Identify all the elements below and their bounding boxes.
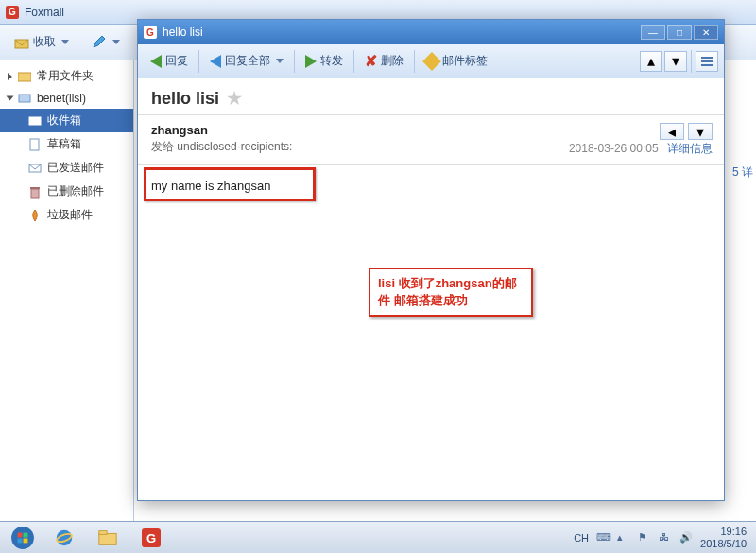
delete-x-icon: ✘ xyxy=(365,52,377,70)
inbox-folder[interactable]: 收件箱 xyxy=(0,109,133,132)
windows-logo-icon xyxy=(10,526,35,550)
star-icon[interactable]: ★ xyxy=(227,88,242,109)
chevron-down-icon xyxy=(276,59,284,63)
pencil-icon xyxy=(92,35,107,50)
reply-all-button[interactable]: 回复全部 xyxy=(203,49,290,73)
inbox-icon xyxy=(14,35,29,50)
separator xyxy=(198,50,199,73)
spam-folder[interactable]: 垃圾邮件 xyxy=(0,203,133,227)
svg-rect-12 xyxy=(99,530,107,534)
window-controls: — □ ✕ xyxy=(641,25,718,40)
windows-taskbar: G CH ⌨ ▴ ⚑ 🖧 🔊 19:16 2018/5/10 xyxy=(0,521,756,553)
drafts-label: 草稿箱 xyxy=(47,136,81,152)
next-message-button[interactable]: ▾ xyxy=(664,51,687,72)
clock-date: 2018/5/10 xyxy=(700,538,747,549)
reply-all-arrow-icon xyxy=(210,55,221,68)
annotation-callout: lisi 收到了zhangsan的邮件 邮箱搭建成功 xyxy=(369,268,533,317)
chevron-up-icon[interactable]: ▴ xyxy=(617,531,630,544)
svg-rect-7 xyxy=(30,187,40,189)
forward-button[interactable]: 转发 xyxy=(299,49,350,73)
tags-button[interactable]: 邮件标签 xyxy=(419,49,494,73)
network-icon[interactable]: 🖧 xyxy=(659,531,672,544)
compose-button[interactable] xyxy=(83,31,129,54)
delete-label: 删除 xyxy=(381,53,404,69)
ie-icon xyxy=(54,527,75,548)
message-body: my name is zhangsan lisi 收到了zhangsan的邮件 … xyxy=(138,165,724,500)
tags-label: 邮件标签 xyxy=(442,53,488,69)
header-nav: ◂ ▾ xyxy=(660,123,713,140)
right-label: 5 详 xyxy=(732,164,753,181)
details-link[interactable]: 详细信息 xyxy=(667,142,713,155)
account-label: benet(lisi) xyxy=(37,92,86,105)
sent-icon xyxy=(28,162,42,175)
prev-message-button[interactable]: ▴ xyxy=(640,51,662,72)
message-date: 2018-03-26 00:05 xyxy=(569,142,659,155)
separator xyxy=(691,50,692,73)
taskbar-ie[interactable] xyxy=(43,525,85,551)
delete-button[interactable]: ✘ 删除 xyxy=(358,48,410,74)
tag-icon xyxy=(422,52,441,71)
sent-folder[interactable]: 已发送邮件 xyxy=(0,156,133,180)
minimize-button[interactable]: — xyxy=(641,25,665,40)
chevron-down-icon xyxy=(112,40,120,44)
svg-text:G: G xyxy=(146,531,156,545)
recipients-value: undisclosed-recipients: xyxy=(177,140,292,153)
chevron-down-icon xyxy=(61,40,69,44)
drafts-icon xyxy=(28,138,42,151)
speaker-icon[interactable]: 🔊 xyxy=(679,531,693,544)
reply-button[interactable]: 回复 xyxy=(144,49,195,73)
receive-label: 收取 xyxy=(33,34,56,50)
inbox-label: 收件箱 xyxy=(47,112,81,129)
maximize-button[interactable]: □ xyxy=(667,25,692,40)
drafts-folder[interactable]: 草稿箱 xyxy=(0,132,133,156)
view-list-button[interactable] xyxy=(696,51,718,72)
svg-rect-4 xyxy=(30,139,39,150)
sender-name: zhangsan xyxy=(151,123,711,137)
arrow-up-icon: ▴ xyxy=(647,52,655,70)
forward-label: 转发 xyxy=(320,53,343,69)
foxmail-logo-icon: G xyxy=(144,26,157,39)
common-folders-label: 常用文件夹 xyxy=(37,68,94,84)
message-window: G hello lisi — □ ✕ 回复 回复全部 转发 ✘ 删除 xyxy=(137,19,725,501)
recipients-label: 发给 xyxy=(151,140,174,153)
explorer-icon xyxy=(97,527,118,548)
arrow-down-icon: ▾ xyxy=(672,52,679,70)
spam-label: 垃圾邮件 xyxy=(47,207,93,223)
message-window-title: hello lisi xyxy=(163,26,641,39)
clock-time: 19:16 xyxy=(700,526,747,537)
flag-icon[interactable]: ⚑ xyxy=(638,531,651,544)
meta-row: 2018-03-26 00:05 详细信息 xyxy=(569,141,713,157)
prev-sender-button[interactable]: ◂ xyxy=(660,123,684,140)
common-folders[interactable]: 常用文件夹 xyxy=(0,64,133,88)
clock[interactable]: 19:16 2018/5/10 xyxy=(700,526,747,548)
svg-rect-1 xyxy=(18,73,31,81)
flame-icon xyxy=(28,209,42,222)
svg-point-8 xyxy=(11,527,34,549)
reply-all-label: 回复全部 xyxy=(225,53,270,69)
receive-button[interactable]: 收取 xyxy=(6,30,77,54)
folder-sidebar: 常用文件夹 benet(lisi) 收件箱 草稿箱 已发送邮件 已删除邮 xyxy=(0,60,134,553)
triangle-right-icon xyxy=(8,73,12,80)
separator xyxy=(353,50,354,73)
app-title: Foxmail xyxy=(25,6,64,19)
forward-arrow-icon xyxy=(305,55,317,68)
start-button[interactable] xyxy=(4,524,42,552)
close-button[interactable]: ✕ xyxy=(694,25,718,40)
svg-rect-2 xyxy=(19,95,30,102)
taskbar-explorer[interactable] xyxy=(87,525,129,551)
next-sender-button[interactable]: ▾ xyxy=(688,123,713,140)
deleted-folder[interactable]: 已删除邮件 xyxy=(0,180,133,203)
subject-row: hello lisi ★ xyxy=(138,78,724,115)
message-titlebar[interactable]: G hello lisi — □ ✕ xyxy=(138,20,724,44)
triangle-down-icon xyxy=(7,96,14,101)
reply-arrow-icon xyxy=(150,55,162,68)
sent-label: 已发送邮件 xyxy=(47,160,104,176)
account-node[interactable]: benet(lisi) xyxy=(0,88,133,109)
separator xyxy=(414,50,415,73)
svg-rect-11 xyxy=(99,533,116,544)
taskbar-foxmail[interactable]: G xyxy=(130,525,172,551)
keyboard-icon[interactable]: ⌨ xyxy=(596,531,610,544)
foxmail-logo-icon: G xyxy=(6,6,19,19)
message-toolbar: 回复 回复全部 转发 ✘ 删除 邮件标签 ▴ ▾ xyxy=(138,44,724,78)
ime-indicator[interactable]: CH xyxy=(574,532,589,544)
